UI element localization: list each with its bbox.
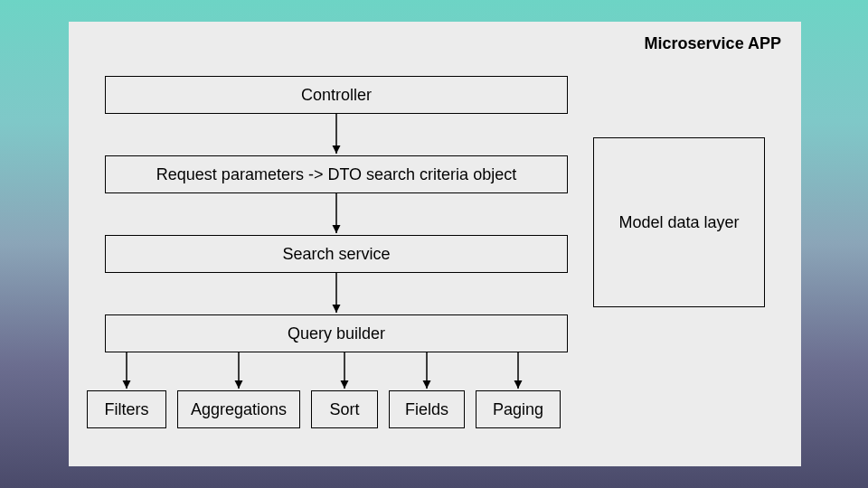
panel-title: Microservice APP — [645, 34, 781, 53]
box-aggregations: Aggregations — [177, 390, 300, 428]
box-label: Paging — [493, 400, 543, 419]
box-label: Aggregations — [191, 400, 287, 419]
box-paging: Paging — [476, 390, 561, 428]
box-label: Controller — [301, 86, 372, 105]
box-label: Query builder — [288, 324, 385, 343]
box-label: Search service — [282, 245, 390, 264]
box-search-service: Search service — [105, 235, 568, 273]
box-query-builder: Query builder — [105, 314, 568, 352]
box-controller: Controller — [105, 76, 568, 114]
box-filters: Filters — [87, 390, 166, 428]
box-fields: Fields — [389, 390, 465, 428]
box-sort: Sort — [311, 390, 378, 428]
box-label: Fields — [405, 400, 448, 419]
box-model-data-layer: Model data layer — [593, 137, 765, 307]
box-dto: Request parameters -> DTO search criteri… — [105, 155, 568, 193]
diagram-panel: Microservice APP Controller Request para… — [69, 22, 801, 466]
box-label: Sort — [329, 400, 359, 419]
box-label: Filters — [105, 400, 149, 419]
box-label: Request parameters -> DTO search criteri… — [156, 165, 516, 184]
box-label: Model data layer — [618, 213, 739, 232]
